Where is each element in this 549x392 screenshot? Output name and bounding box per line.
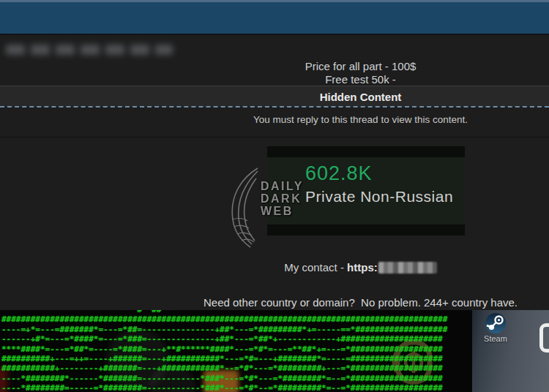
- free-test-line: Free test 50k -: [0, 73, 549, 86]
- desktop-area: [472, 310, 549, 392]
- reply-notice: You must reply to this thread to view th…: [0, 114, 549, 125]
- steam-icon[interactable]: [485, 312, 507, 334]
- watermark-dark: DARK: [261, 192, 304, 205]
- top-navigation-bar: [0, 0, 549, 35]
- terminal-window: * # ## * ###############################…: [0, 310, 472, 392]
- ascii-row: ----=+*=---=#######*=---=*##=-----------…: [1, 325, 447, 334]
- ascii-row: ------+#*=---=*####*=---=*###=----------…: [1, 334, 447, 344]
- preview-top-band: [267, 146, 465, 157]
- dashed-divider: [0, 106, 549, 108]
- ascii-row: ###########+--------+#######=---+#######…: [1, 363, 447, 373]
- price-line: Price for all part - 100$: [0, 60, 549, 72]
- watermark-web: WEB: [261, 205, 304, 217]
- wing-icon: [225, 167, 264, 249]
- ascii-row: ########################################…: [1, 314, 447, 324]
- views-count: 602.8K: [305, 162, 373, 185]
- hidden-content-title: Hidden Content: [0, 86, 549, 108]
- ascii-row: ##########+---=++=----+######=---+######…: [1, 354, 447, 363]
- contact-scheme: https:: [347, 261, 378, 274]
- contact-prefix: My contact -: [284, 261, 347, 274]
- preview-bottom-band: [267, 225, 465, 235]
- redacted-quote-text: [6, 45, 173, 55]
- watermark-text: DAILY DARK WEB: [261, 180, 304, 217]
- ascii-art: * # ## * ###############################…: [1, 310, 447, 392]
- section-divider: [0, 137, 549, 137]
- ascii-row: ****####*=---=*##*=----=*####=---+**#***…: [1, 344, 447, 354]
- footer-note: Need other country or domain? No problem…: [0, 296, 549, 309]
- redacted-contact-link[interactable]: [378, 262, 437, 274]
- contact-line: My contact - https:: [0, 261, 549, 274]
- steam-label: Steam: [476, 334, 515, 343]
- window-outline-icon: [539, 323, 549, 353]
- hidden-content-band: Hidden Content: [0, 86, 549, 107]
- ascii-row: ----*########*------*#######=-----------…: [1, 374, 447, 383]
- ascii-row: ----*########=-----=*########=----------…: [1, 383, 447, 392]
- watermark-daily: DAILY: [261, 180, 304, 192]
- preview-caption: Private Non-Russian: [305, 188, 453, 206]
